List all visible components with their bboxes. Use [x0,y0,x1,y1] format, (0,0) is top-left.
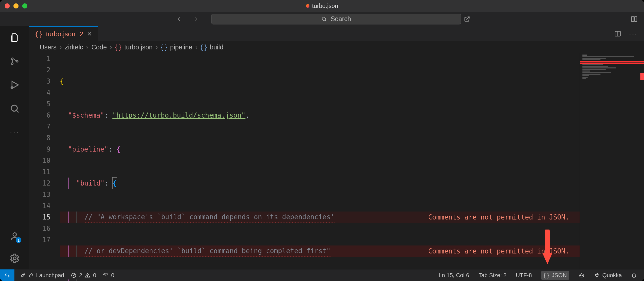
window-close-button[interactable] [5,3,10,8]
code-view[interactable]: { "$schema": "https://turbo.build/schema… [60,53,580,269]
svg-point-17 [582,275,583,276]
tab-filename: turbo.json [46,30,75,38]
window-controls [5,3,27,8]
more-actions-icon[interactable]: ··· [629,30,638,38]
run-debug-icon[interactable] [9,79,20,91]
nav-back-button[interactable] [176,16,182,22]
line-number: 5 [29,98,50,110]
window-minimize-button[interactable] [13,3,19,8]
tab-close-icon[interactable]: ✕ [87,31,92,37]
line-number: 1 [29,53,50,64]
split-editor-icon[interactable] [614,30,621,37]
svg-point-8 [13,233,16,236]
svg-point-7 [11,105,17,111]
remote-button[interactable] [0,269,14,281]
nav-forward-button[interactable] [193,16,199,22]
svg-point-5 [16,60,18,62]
open-external-icon[interactable] [464,16,470,22]
svg-point-3 [11,58,13,60]
minimap[interactable] [580,53,644,269]
source-control-icon[interactable] [9,56,20,67]
breadcrumb-item[interactable]: zirkelc [65,43,83,51]
tab-error-count: 2 [80,30,83,38]
command-center-search[interactable]: Search [211,14,461,24]
svg-rect-1 [632,16,634,21]
search-sidebar-icon[interactable] [9,103,20,114]
svg-rect-2 [634,16,637,21]
line-number: 11 [29,166,50,178]
breadcrumb-item[interactable]: Code [91,43,107,51]
svg-point-16 [581,275,581,276]
overview-ruler-error[interactable] [640,73,644,80]
svg-point-11 [23,274,24,275]
accounts-badge: 1 [16,237,21,243]
search-icon [321,16,327,22]
chevron-right-icon: › [86,43,88,51]
token-key: "pipeline" [68,144,108,155]
link-icon [28,273,33,278]
line-number: 4 [29,87,50,98]
chevron-right-icon: › [156,43,158,51]
line-number: 3 [29,76,50,87]
search-placeholder: Search [331,15,351,23]
line-number: 12 [29,178,50,189]
launchpad-status[interactable]: Launchpad [20,272,64,279]
svg-point-4 [11,63,13,65]
breadcrumb-item[interactable]: turbo.json [124,43,153,51]
chevron-right-icon: › [110,43,112,51]
line-number-current: 15 [29,212,50,223]
line-number: 10 [29,155,50,166]
window: turbo.json Search [0,0,644,281]
line-number: 13 [29,189,50,200]
titlebar: turbo.json [0,0,644,12]
notifications-icon[interactable] [631,273,637,278]
token-comment: // "A workspace's `build` command depend… [84,211,335,223]
titlebar-title: turbo.json [306,3,338,10]
quokka-status[interactable]: Quokka [594,272,622,279]
token-key: "build" [76,178,105,189]
token-comment: // or devDependencies' `build` command b… [84,245,331,257]
chevron-right-icon: › [196,43,198,51]
quokka-label: Quokka [602,272,622,279]
rocket-icon [20,273,26,278]
svg-rect-15 [580,274,584,277]
breadcrumb-item[interactable]: build [210,43,224,51]
layout-customize-icon[interactable] [631,15,638,23]
titlebar-filename: turbo.json [312,3,338,10]
main-area: ··· 1 { } turbo.json 2 ✕ [0,26,644,269]
more-icon[interactable]: ··· [9,127,20,138]
line-number: 17 [29,234,50,245]
line-number: 7 [29,121,50,132]
token-string[interactable]: "https://turbo.build/schema.json" [112,110,245,121]
token-key: "$schema" [68,110,104,121]
editor-area: { } turbo.json 2 ✕ ··· Users › zirkelc › [29,26,644,269]
chevron-right-icon: › [60,43,62,51]
line-number: 2 [29,64,50,76]
json-object-icon: { } [161,43,167,51]
breadcrumb-item[interactable]: Users [40,43,56,51]
command-center-toolbar: Search [0,12,644,26]
json-braces-icon: { } [36,30,42,38]
svg-point-9 [13,257,16,260]
explorer-icon[interactable] [9,32,20,43]
line-number: 9 [29,144,50,155]
editor-body[interactable]: 1 2 3 4 5 6 7 8 9 10 11 12 13 14 15 16 1 [29,53,644,269]
json-braces-icon: { } [115,43,121,51]
plug-icon [594,273,600,278]
inline-error: Comments are not permitted in JSON. [428,212,569,223]
breadcrumbs[interactable]: Users › zirkelc › Code › { } turbo.json … [29,41,644,53]
json-object-icon: { } [201,43,207,51]
line-number: 14 [29,200,50,212]
line-number-gutter: 1 2 3 4 5 6 7 8 9 10 11 12 13 14 15 16 1 [29,53,60,269]
line-number: 6 [29,110,50,121]
token-key: "outputs" [84,279,121,281]
window-zoom-button[interactable] [22,3,27,8]
svg-point-0 [322,17,326,20]
line-number: 8 [29,132,50,144]
settings-gear-icon[interactable] [9,253,20,264]
accounts-icon[interactable]: 1 [9,231,20,242]
editor-tab-active[interactable]: { } turbo.json 2 ✕ [29,26,98,41]
editor-tabs: { } turbo.json 2 ✕ ··· [29,26,644,41]
activity-bar: ··· 1 [0,26,29,269]
breadcrumb-item[interactable]: pipeline [170,43,192,51]
